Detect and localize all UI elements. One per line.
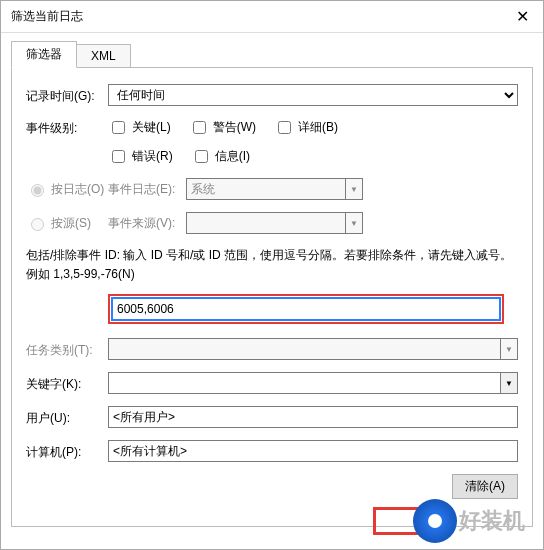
footer-branding: 好装机: [373, 499, 525, 543]
event-source-input[interactable]: [186, 212, 345, 234]
user-input[interactable]: [108, 406, 518, 428]
computer-label: 计算机(P):: [26, 442, 108, 461]
level-info-checkbox[interactable]: [195, 150, 208, 163]
event-log-combo: ▼: [186, 178, 363, 200]
keywords-combo[interactable]: ▼: [108, 372, 518, 394]
event-level-label: 事件级别:: [26, 118, 108, 137]
level-critical[interactable]: 关键(L): [108, 118, 171, 137]
window-title: 筛选当前日志: [1, 8, 501, 25]
level-error[interactable]: 错误(R): [108, 147, 173, 166]
close-button[interactable]: ✕: [501, 1, 543, 32]
radio-by-log: 按日志(O): [26, 181, 108, 198]
titlebar: 筛选当前日志 ✕: [1, 1, 543, 33]
keywords-dropdown-button[interactable]: ▼: [500, 372, 518, 394]
task-category-label: 任务类别(T):: [26, 340, 108, 359]
event-source-dropdown-button[interactable]: ▼: [345, 212, 363, 234]
level-verbose[interactable]: 详细(B): [274, 118, 338, 137]
keywords-label: 关键字(K):: [26, 374, 108, 393]
logged-time-label: 记录时间(G):: [26, 86, 108, 105]
event-id-input[interactable]: [112, 298, 500, 320]
tab-xml[interactable]: XML: [77, 44, 131, 68]
user-label: 用户(U):: [26, 408, 108, 427]
tab-filter[interactable]: 筛选器: [11, 41, 77, 68]
task-category-input: [108, 338, 500, 360]
event-source-label: 事件来源(V):: [108, 215, 186, 232]
radio-by-log-input: [31, 184, 44, 197]
event-id-highlight: [108, 294, 504, 324]
logged-time-select[interactable]: 任何时间: [108, 84, 518, 106]
level-warning-checkbox[interactable]: [193, 121, 206, 134]
radio-by-source-input: [31, 218, 44, 231]
tab-strip: 筛选器 XML: [11, 41, 533, 68]
tab-panel-filter: 记录时间(G): 任何时间 事件级别: 关键(L) 警告(W) 详细(B): [11, 67, 533, 527]
level-error-checkbox[interactable]: [112, 150, 125, 163]
level-warning[interactable]: 警告(W): [189, 118, 256, 137]
event-log-input: [186, 178, 345, 200]
dialog-body: 筛选器 XML 记录时间(G): 任何时间 事件级别: 关键(L) 警告(W): [1, 33, 543, 549]
brand-text: 好装机: [459, 506, 525, 536]
task-category-dropdown-button: ▼: [500, 338, 518, 360]
keywords-input[interactable]: [108, 372, 500, 394]
filter-log-dialog: 筛选当前日志 ✕ 筛选器 XML 记录时间(G): 任何时间 事件级别: 关: [0, 0, 544, 550]
level-critical-checkbox[interactable]: [112, 121, 125, 134]
level-info[interactable]: 信息(I): [191, 147, 250, 166]
level-verbose-checkbox[interactable]: [278, 121, 291, 134]
event-id-help-text: 包括/排除事件 ID: 输入 ID 号和/或 ID 范围，使用逗号分隔。若要排除…: [26, 246, 518, 284]
event-log-label: 事件日志(E):: [108, 181, 186, 198]
task-category-combo: ▼: [108, 338, 518, 360]
clear-button[interactable]: 清除(A): [452, 474, 518, 499]
radio-by-source: 按源(S): [26, 215, 108, 232]
brand-logo-icon: [413, 499, 457, 543]
event-source-combo[interactable]: ▼: [186, 212, 363, 234]
computer-input[interactable]: [108, 440, 518, 462]
event-log-dropdown-button: ▼: [345, 178, 363, 200]
